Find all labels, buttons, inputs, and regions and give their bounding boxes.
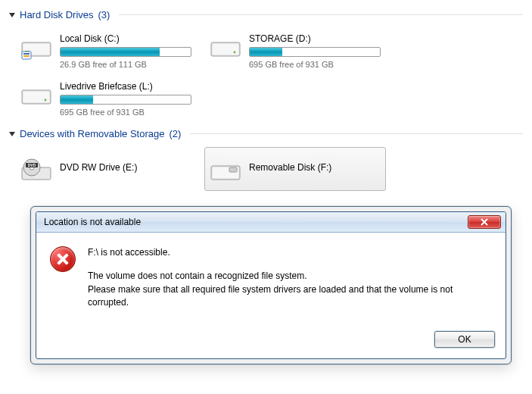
drive-label: Livedrive Briefcase (L:): [60, 81, 191, 92]
removable-disk-icon: [210, 157, 241, 184]
space-bar: [249, 47, 381, 57]
collapse-arrow-icon: [9, 132, 15, 136]
drive-free-text: 26.9 GB free of 111 GB: [60, 60, 191, 69]
svg-rect-5: [23, 55, 30, 57]
collapse-arrow-icon: [9, 13, 15, 17]
svg-rect-4: [23, 53, 30, 55]
drive-label: Removable Disk (F:): [249, 162, 331, 173]
space-bar-fill: [61, 95, 93, 104]
drive-livedrive-l[interactable]: Livedrive Briefcase (L:) 695 GB free of …: [15, 76, 197, 120]
svg-rect-19: [229, 167, 237, 172]
space-bar-fill: [250, 48, 282, 56]
section-count: (3): [98, 9, 110, 20]
drive-label: Local Disk (C:): [60, 33, 191, 44]
section-title: Devices with Removable Storage: [20, 128, 164, 139]
svg-text:DVD: DVD: [28, 163, 36, 167]
drive-dvd-e[interactable]: DVD DVD RW Drive (E:): [15, 147, 197, 191]
hard-drive-icon: [20, 35, 52, 62]
section-header-removable[interactable]: Devices with Removable Storage (2): [9, 128, 523, 139]
hard-drive-icon: [210, 35, 241, 62]
drive-local-c[interactable]: Local Disk (C:) 26.9 GB free of 111 GB: [15, 28, 197, 73]
svg-point-11: [45, 99, 47, 102]
drive-label: DVD RW Drive (E:): [60, 162, 137, 173]
dvd-drive-icon: DVD: [20, 157, 52, 184]
section-title: Hard Disk Drives: [20, 9, 94, 20]
svg-point-8: [234, 52, 236, 54]
space-bar: [60, 95, 191, 105]
drive-storage-d[interactable]: STORAGE (D:) 695 GB free of 931 GB: [204, 28, 386, 73]
drive-removable-f[interactable]: Removable Disk (F:): [204, 147, 386, 191]
divider: [119, 14, 523, 15]
divider: [190, 133, 523, 134]
drive-label: STORAGE (D:): [249, 33, 381, 44]
section-header-hdd[interactable]: Hard Disk Drives (3): [9, 9, 523, 20]
drive-free-text: 695 GB free of 931 GB: [249, 60, 381, 69]
hard-drive-icon: [20, 83, 52, 110]
drive-free-text: 695 GB free of 931 GB: [60, 108, 191, 117]
space-bar-fill: [61, 48, 160, 56]
section-count: (2): [169, 128, 181, 139]
space-bar: [60, 47, 191, 57]
